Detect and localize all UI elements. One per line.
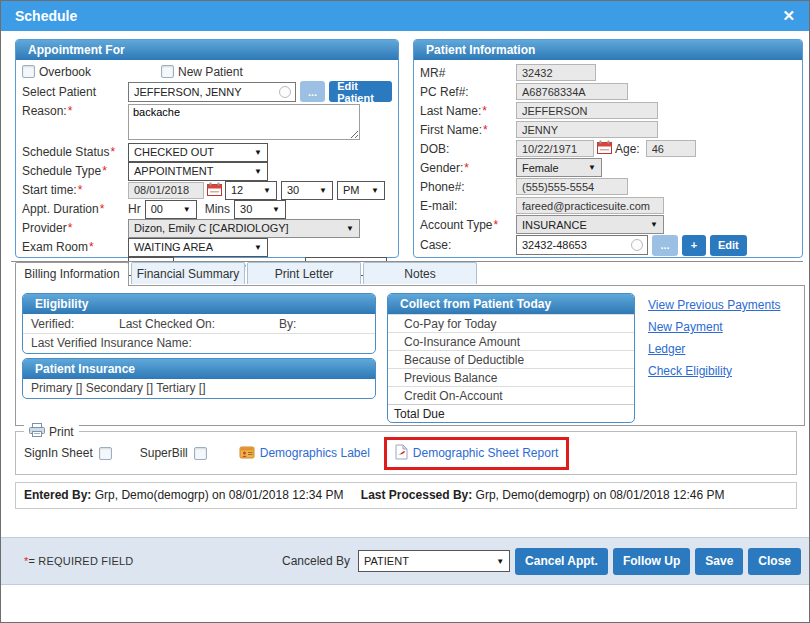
new-patient-label: New Patient [178, 65, 243, 79]
label-text: First Name: [420, 123, 482, 137]
start-date-input[interactable] [128, 182, 204, 199]
start-ampm-select[interactable]: PM ▼ [337, 181, 385, 200]
required-asterisk: * [483, 123, 488, 137]
first-name-row: First Name:* [420, 120, 796, 139]
collect-from-patient-box: Collect from Patient Today Co-Pay for To… [387, 293, 635, 423]
collect-row-previous-balance: Previous Balance [388, 368, 634, 386]
overbook-label: Overbook [39, 65, 91, 79]
demographics-label-link[interactable]: Demographics Label [260, 446, 370, 460]
tab-billing-information[interactable]: Billing Information [15, 262, 129, 286]
select-patient-input[interactable] [128, 82, 296, 102]
schedule-type-label: Schedule Type* [22, 164, 128, 178]
chevron-down-icon: ▼ [650, 220, 658, 229]
patient-browse-button[interactable]: ... [300, 81, 325, 102]
superbill-checkbox[interactable] [194, 447, 207, 460]
dob-input[interactable] [516, 140, 594, 157]
edit-patient-button[interactable]: Edit Patient [329, 81, 392, 102]
follow-up-button[interactable]: Follow Up [613, 548, 690, 575]
check-eligibility-link[interactable]: Check Eligibility [648, 364, 781, 386]
reason-textarea[interactable]: backache [128, 104, 360, 140]
tab-print-letter[interactable]: Print Letter [247, 262, 361, 284]
chevron-down-icon: ▼ [183, 205, 191, 214]
title-bar: Schedule ✕ [1, 1, 809, 31]
tab-financial-summary[interactable]: Financial Summary [131, 262, 245, 284]
label-text: Exam Room [22, 240, 88, 254]
signin-sheet-checkbox[interactable] [99, 447, 112, 460]
close-button[interactable]: Close [748, 548, 801, 575]
duration-hr-select[interactable]: 00 ▼ [145, 200, 197, 219]
case-row: Case: ... + Edit [420, 234, 796, 256]
schedule-dialog: Schedule ✕ Appointment For Overbook New … [0, 0, 810, 623]
phone-input[interactable] [516, 178, 628, 195]
exam-room-select[interactable]: WAITING AREA ▼ [128, 238, 268, 257]
close-icon[interactable]: ✕ [782, 1, 795, 31]
signin-sheet-label: SignIn Sheet [24, 446, 93, 460]
footer-actions: Canceled By PATIENT ▼ Cancel Appt. Follo… [282, 548, 801, 575]
label-text: Account Type [420, 218, 493, 232]
select-value: PM [343, 184, 360, 196]
overbook-checkbox[interactable] [22, 65, 35, 78]
select-value: APPOINTMENT [134, 165, 213, 177]
appt-duration-label: Appt. Duration* [22, 202, 128, 216]
case-edit-button[interactable]: Edit [710, 235, 747, 256]
gender-select[interactable]: Female ▼ [516, 158, 602, 177]
last-name-input[interactable] [516, 102, 658, 119]
mr-input[interactable] [516, 64, 596, 81]
start-minute-select[interactable]: 30 ▼ [281, 181, 333, 200]
label-text: Last Name: [420, 104, 481, 118]
age-input[interactable] [646, 140, 696, 157]
total-due-row: Total Due [388, 404, 634, 422]
collect-header: Collect from Patient Today [388, 294, 634, 314]
demographic-sheet-report-link[interactable]: Demographic Sheet Report [413, 446, 558, 460]
canceled-by-select[interactable]: PATIENT ▼ [358, 550, 510, 572]
label-text: Start time: [22, 183, 77, 197]
first-name-input[interactable] [516, 121, 658, 138]
print-legend-label: Print [49, 425, 74, 439]
schedule-status-label: Schedule Status* [22, 145, 128, 159]
clear-circle-icon[interactable] [631, 239, 643, 251]
clear-circle-icon[interactable] [279, 86, 291, 98]
ledger-link[interactable]: Ledger [648, 342, 781, 364]
pc-ref-input[interactable] [516, 83, 628, 100]
save-button[interactable]: Save [695, 548, 743, 575]
case-input[interactable] [516, 235, 648, 255]
required-asterisk: * [482, 104, 487, 118]
reason-row: Reason:* backache [22, 104, 392, 142]
patient-insurance-row: Primary [] Secondary [] Tertiary [] [23, 379, 375, 398]
schedule-type-row: Schedule Type* APPOINTMENT ▼ [22, 162, 392, 180]
tab-notes[interactable]: Notes [363, 262, 477, 284]
new-payment-link[interactable]: New Payment [648, 320, 781, 342]
schedule-status-row: Schedule Status* CHECKED OUT ▼ [22, 143, 392, 161]
select-value: 12 [231, 184, 243, 196]
calendar-icon[interactable] [597, 140, 612, 157]
select-patient-label: Select Patient [22, 85, 128, 99]
account-type-select[interactable]: INSURANCE ▼ [516, 215, 664, 234]
phone-row: Phone#: [420, 177, 796, 196]
schedule-status-select[interactable]: CHECKED OUT ▼ [128, 143, 268, 162]
highlight-box: Demographic Sheet Report [384, 437, 569, 470]
reason-label: Reason:* [22, 104, 128, 118]
mins-label: Mins [205, 202, 230, 216]
provider-select[interactable]: Dizon, Emily C [CARDIOLOGY] ▼ [128, 219, 360, 238]
case-browse-button[interactable]: ... [652, 235, 678, 256]
required-asterisk: * [110, 145, 115, 159]
schedule-type-select[interactable]: APPOINTMENT ▼ [128, 162, 268, 181]
account-type-label: Account Type* [420, 218, 516, 232]
select-patient-inputwrap [128, 82, 296, 102]
duration-mins-select[interactable]: 30 ▼ [234, 200, 286, 219]
view-previous-payments-link[interactable]: View Previous Payments [648, 298, 781, 320]
start-hour-select[interactable]: 12 ▼ [225, 181, 277, 200]
calendar-icon[interactable] [207, 182, 222, 199]
mr-row: MR# [420, 63, 796, 82]
required-asterisk: * [464, 161, 469, 175]
required-field-note: *= REQUIRED FIELD [23, 555, 133, 567]
email-input[interactable] [516, 197, 664, 214]
required-note-text: = REQUIRED FIELD [28, 555, 133, 567]
cancel-appt-button[interactable]: Cancel Appt. [515, 548, 608, 575]
printer-icon [29, 423, 45, 440]
gender-row: Gender:* Female ▼ [420, 158, 796, 177]
label-text: Gender: [420, 161, 463, 175]
new-patient-checkbox[interactable] [161, 65, 174, 78]
case-add-button[interactable]: + [682, 235, 706, 256]
last-processed-value: Grp, Demo(demogrp) on 08/01/2018 12:46 P… [476, 488, 725, 502]
